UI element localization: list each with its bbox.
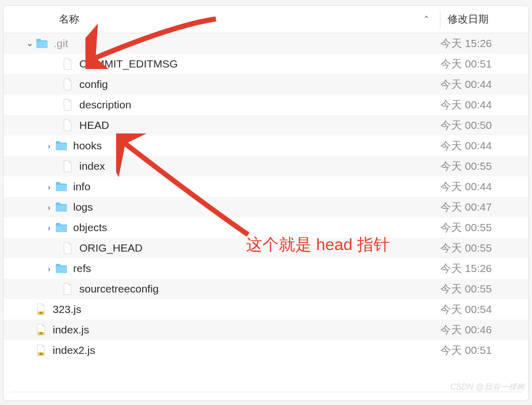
js-file-icon: JS	[34, 303, 48, 316]
file-name: index2.js	[53, 344, 95, 356]
file-date: 今天 00:44	[440, 98, 528, 112]
folder-icon	[55, 201, 68, 213]
chevron-right-icon[interactable]: ›	[45, 264, 54, 273]
file-name: logs	[73, 201, 93, 213]
file-name: HEAD	[79, 119, 109, 131]
column-header-date[interactable]: 修改日期	[446, 12, 528, 26]
file-row[interactable]: JS323.js今天 00:54	[4, 299, 528, 320]
watermark: CSDN @我有一棵树	[450, 382, 525, 393]
file-date: 今天 00:51	[440, 343, 528, 357]
file-icon	[61, 283, 74, 295]
file-date: 今天 15:26	[440, 36, 528, 51]
file-date: 今天 00:50	[440, 118, 528, 132]
file-date: 今天 00:44	[440, 179, 528, 194]
file-name: config	[79, 78, 108, 91]
file-date: 今天 00:55	[440, 241, 528, 255]
file-name: sourcetreeconfig	[79, 283, 159, 295]
file-name: 323.js	[53, 303, 81, 316]
file-name: info	[73, 181, 91, 193]
footer-divider	[11, 392, 521, 392]
folder-icon	[55, 181, 68, 193]
folder-icon	[35, 37, 49, 50]
file-icon	[61, 99, 74, 111]
file-date: 今天 00:44	[440, 139, 528, 153]
file-row[interactable]: config今天 00:44	[4, 74, 528, 95]
svg-text:JS: JS	[39, 311, 43, 314]
column-header-name[interactable]: 名称	[4, 12, 420, 26]
folder-icon	[55, 262, 68, 275]
sort-indicator-icon[interactable]: ⌃	[420, 14, 435, 25]
file-name: ORIG_HEAD	[79, 242, 143, 254]
file-name: hooks	[73, 140, 102, 152]
file-row[interactable]: ›refs今天 15:26	[4, 258, 528, 279]
file-date: 今天 00:51	[440, 57, 528, 71]
file-row[interactable]: ›hooks今天 00:44	[4, 136, 528, 156]
file-row[interactable]: ⌄.git今天 15:26	[4, 33, 528, 54]
file-name: index.js	[53, 324, 89, 336]
column-divider[interactable]	[440, 10, 440, 29]
file-icon	[61, 78, 74, 91]
file-row[interactable]: ›info今天 00:44	[4, 176, 528, 197]
annotation-text: 这个就是 head 指针	[246, 234, 390, 256]
file-row[interactable]: sourcetreeconfig今天 00:55	[4, 279, 528, 299]
file-date: 今天 00:47	[440, 200, 528, 214]
file-date: 今天 00:55	[440, 159, 528, 173]
file-row[interactable]: JSindex.js今天 00:46	[4, 320, 528, 340]
file-row[interactable]: HEAD今天 00:50	[4, 115, 528, 136]
file-row[interactable]: JSindex2.js今天 00:51	[4, 340, 528, 361]
file-date: 今天 00:55	[440, 220, 528, 235]
chevron-right-icon[interactable]: ›	[45, 142, 54, 150]
file-row[interactable]: ›logs今天 00:47	[4, 197, 528, 217]
file-name: .git	[54, 37, 68, 50]
chevron-right-icon[interactable]: ›	[45, 183, 54, 191]
chevron-right-icon[interactable]: ›	[45, 223, 54, 232]
svg-text:JS: JS	[39, 352, 43, 355]
file-icon	[61, 119, 74, 131]
svg-text:JS: JS	[39, 332, 43, 335]
file-browser-window: 名称 ⌃ 修改日期 ⌄.git今天 15:26COMMIT_EDITMSG今天 …	[3, 5, 529, 401]
file-date: 今天 00:54	[440, 302, 528, 317]
folder-icon	[55, 140, 68, 152]
column-header-row: 名称 ⌃ 修改日期	[4, 6, 528, 33]
file-name: objects	[73, 221, 107, 234]
chevron-down-icon[interactable]: ⌄	[25, 39, 34, 48]
file-name: COMMIT_EDITMSG	[79, 58, 178, 70]
file-date: 今天 15:26	[440, 261, 528, 276]
file-icon	[61, 160, 74, 172]
file-name: index	[79, 160, 105, 172]
file-row[interactable]: COMMIT_EDITMSG今天 00:51	[4, 54, 528, 74]
file-date: 今天 00:44	[440, 77, 528, 92]
file-list: ⌄.git今天 15:26COMMIT_EDITMSG今天 00:51confi…	[4, 33, 528, 361]
file-name: refs	[73, 262, 91, 275]
file-row[interactable]: index今天 00:55	[4, 156, 528, 176]
chevron-right-icon[interactable]: ›	[45, 203, 54, 212]
file-row[interactable]: description今天 00:44	[4, 95, 528, 115]
file-icon	[61, 58, 74, 70]
js-file-icon: JS	[34, 324, 48, 336]
file-date: 今天 00:46	[440, 323, 528, 337]
js-file-icon: JS	[34, 344, 48, 356]
file-date: 今天 00:55	[440, 282, 528, 296]
file-name: description	[79, 99, 131, 111]
folder-icon	[55, 221, 68, 234]
file-icon	[61, 242, 74, 254]
